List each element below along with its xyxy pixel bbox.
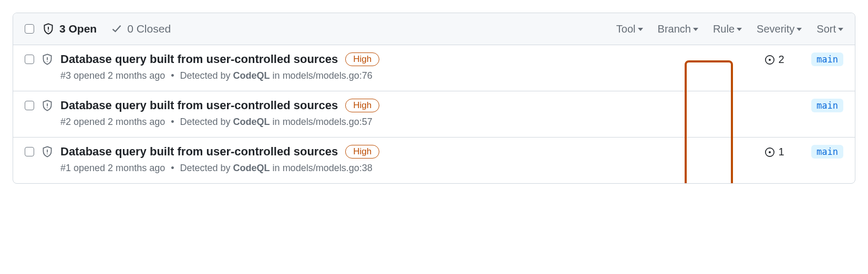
branch-badge[interactable]: main — [811, 145, 843, 159]
svg-point-9 — [47, 153, 48, 154]
caret-down-icon — [638, 28, 643, 31]
branch-badge[interactable]: main — [811, 99, 843, 112]
alert-location: models/models.go:57 — [283, 117, 373, 127]
closed-tab[interactable]: 0 Closed — [111, 23, 171, 35]
alerts-header: 3 Open 0 Closed Tool Branch Rule — [13, 13, 855, 45]
open-count-label: 3 Open — [59, 23, 97, 35]
shield-alert-icon — [42, 146, 53, 157]
svg-point-1 — [48, 30, 49, 31]
alert-tool: CodeQL — [233, 117, 270, 127]
alert-content: Database query built from user-controlle… — [60, 145, 748, 174]
issue-open-icon — [764, 147, 775, 157]
shield-alert-icon — [42, 54, 53, 65]
issue-open-icon — [764, 55, 775, 65]
alert-opened: opened 2 months ago — [74, 117, 165, 127]
shield-alert-icon — [43, 23, 54, 35]
severity-badge: High — [345, 145, 379, 159]
alert-row[interactable]: Database query built from user-controlle… — [13, 138, 855, 183]
linked-issues[interactable]: 2 — [759, 52, 790, 66]
svg-point-11 — [769, 151, 771, 153]
alert-tool: CodeQL — [233, 70, 270, 81]
select-row-checkbox[interactable] — [25, 101, 34, 110]
alerts-panel: 3 Open 0 Closed Tool Branch Rule — [13, 13, 855, 184]
alert-opened: opened 2 months ago — [74, 163, 165, 173]
select-row-checkbox[interactable] — [25, 147, 34, 156]
filter-sort[interactable]: Sort — [817, 23, 843, 35]
linked-issues[interactable] — [759, 99, 790, 100]
svg-point-7 — [47, 107, 48, 108]
alert-content: Database query built from user-controlle… — [60, 99, 748, 128]
caret-down-icon — [838, 28, 843, 31]
alert-meta: #1 opened 2 months ago • Detected by Cod… — [60, 163, 748, 174]
linked-issues[interactable]: 1 — [759, 145, 790, 158]
filter-label: Sort — [817, 23, 836, 35]
alert-title[interactable]: Database query built from user-controlle… — [60, 52, 338, 66]
filter-label: Tool — [616, 23, 636, 35]
caret-down-icon — [737, 28, 742, 31]
filter-label: Severity — [757, 23, 794, 35]
alert-title[interactable]: Database query built from user-controlle… — [60, 99, 338, 112]
closed-count-label: 0 Closed — [127, 23, 171, 35]
filter-label: Rule — [713, 23, 735, 35]
branch-badge[interactable]: main — [811, 52, 843, 66]
filter-rule[interactable]: Rule — [713, 23, 742, 35]
open-tab[interactable]: 3 Open — [43, 23, 97, 35]
severity-badge: High — [345, 99, 379, 112]
svg-point-3 — [47, 61, 48, 62]
alerts-list: Database query built from user-controlle… — [13, 45, 855, 183]
alert-row[interactable]: Database query built from user-controlle… — [13, 45, 855, 91]
alert-tool: CodeQL — [233, 163, 270, 173]
filter-tool[interactable]: Tool — [616, 23, 643, 35]
alert-title[interactable]: Database query built from user-controlle… — [60, 145, 338, 159]
alert-content: Database query built from user-controlle… — [60, 52, 748, 81]
check-icon — [111, 24, 122, 34]
alert-opened: opened 2 months ago — [74, 70, 165, 81]
filter-bar: Tool Branch Rule Severity Sort — [616, 23, 843, 35]
alert-meta: #2 opened 2 months ago • Detected by Cod… — [60, 117, 748, 128]
filter-severity[interactable]: Severity — [757, 23, 802, 35]
select-all-checkbox[interactable] — [25, 24, 34, 34]
alert-row[interactable]: Database query built from user-controlle… — [13, 91, 855, 138]
alert-number: #3 — [60, 70, 71, 81]
shield-alert-icon — [42, 100, 53, 111]
filter-branch[interactable]: Branch — [658, 23, 698, 35]
caret-down-icon — [693, 28, 698, 31]
alert-number: #2 — [60, 117, 71, 127]
severity-badge: High — [345, 52, 379, 66]
linked-issues-count: 2 — [778, 54, 784, 66]
linked-issues-count: 1 — [778, 146, 784, 158]
filter-label: Branch — [658, 23, 691, 35]
alert-location: models/models.go:38 — [283, 163, 373, 173]
alert-meta: #3 opened 2 months ago • Detected by Cod… — [60, 70, 748, 81]
svg-point-5 — [769, 59, 771, 61]
select-row-checkbox[interactable] — [25, 55, 34, 64]
alert-location: models/models.go:76 — [283, 70, 373, 81]
alert-number: #1 — [60, 163, 71, 173]
caret-down-icon — [797, 28, 802, 31]
